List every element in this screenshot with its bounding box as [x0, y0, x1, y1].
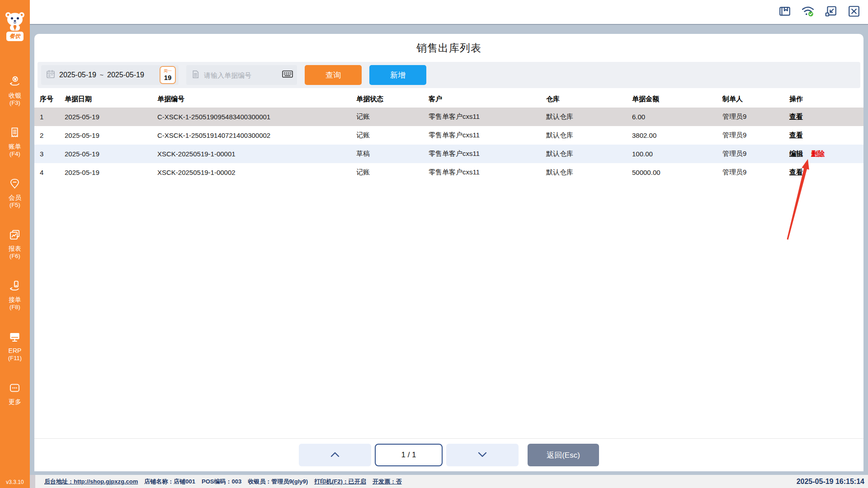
- minimize-restore-button[interactable]: [824, 5, 838, 19]
- status-bar: 后台地址：http://shop.gjpxzg.com 店铺名称：店铺001 P…: [30, 475, 868, 488]
- page-up-button[interactable]: [299, 444, 371, 466]
- cell-creator: 管理员9: [722, 163, 789, 182]
- sidebar-item-members[interactable]: 会员 (F5): [9, 178, 21, 209]
- query-button[interactable]: 查询: [305, 65, 362, 85]
- sidebar-item-hotkey: (F11): [8, 355, 22, 362]
- brand-label: 餐饮: [6, 32, 24, 41]
- cell-status: 记账: [356, 108, 429, 126]
- delete-link[interactable]: 删除: [811, 150, 825, 157]
- erp-icon: [9, 331, 21, 345]
- invoice-toggle-link[interactable]: 开发票：否: [373, 478, 402, 486]
- pos-code-label: POS编码：003: [202, 478, 241, 486]
- cell-customer: 零售单客户cxs11: [429, 145, 546, 163]
- pagination-bar: 1 / 1 返回(Esc): [34, 439, 863, 471]
- add-button[interactable]: 新增: [369, 65, 426, 85]
- page-indicator: 1 / 1: [375, 444, 443, 466]
- sidebar-item-hotkey: (F5): [9, 202, 20, 209]
- filter-bar: 2025-05-19 ~ 2025-05-19 周一 19: [38, 62, 860, 88]
- cell-doc-no: XSCK-20250519-1-00001: [157, 145, 356, 163]
- cell-customer: 零售单客户cxs11: [429, 126, 546, 145]
- member-icon: [9, 178, 21, 192]
- view-link[interactable]: 查看: [789, 131, 803, 139]
- cell-status: 草稿: [356, 145, 429, 163]
- sidebar-item-label: 更多: [9, 398, 21, 406]
- cell-warehouse: 默认仓库: [546, 163, 632, 182]
- cell-date: 2025-05-19: [65, 126, 157, 145]
- col-seq: 序号: [34, 90, 65, 108]
- cell-seq: 1: [34, 108, 65, 126]
- main-area: 销售出库列表 2025-05-19 ~ 2025-05: [30, 0, 868, 488]
- cell-amount: 6.00: [632, 108, 722, 126]
- table-row[interactable]: 2 2025-05-19 C-XSCK-1-250519140721400300…: [34, 126, 863, 145]
- cell-date: 2025-05-19: [65, 163, 157, 182]
- shop-name-label: 店铺名称：店铺001: [144, 478, 195, 486]
- cell-creator: 管理员9: [722, 126, 789, 145]
- restore-icon: [825, 5, 837, 19]
- page-down-button[interactable]: [446, 444, 519, 466]
- chevron-up-icon: [330, 452, 340, 459]
- printer-toggle-link[interactable]: 打印机(F2)：已开启: [314, 478, 366, 486]
- date-range-picker[interactable]: 2025-05-19 ~ 2025-05-19 周一 19: [41, 65, 179, 85]
- manual-button[interactable]: [778, 5, 792, 19]
- col-amount: 单据金额: [632, 90, 722, 108]
- cell-seq: 2: [34, 126, 65, 145]
- sidebar-nav: 收银 (F3) 账单 (F4): [8, 75, 22, 406]
- cell-status: 记账: [356, 163, 429, 182]
- cell-date: 2025-05-19: [65, 145, 157, 163]
- cell-warehouse: 默认仓库: [546, 108, 632, 126]
- sidebar-item-orders[interactable]: 接单 (F8): [9, 280, 21, 311]
- col-creator: 制单人: [722, 90, 789, 108]
- close-button[interactable]: [847, 5, 861, 19]
- sidebar-item-bills[interactable]: 账单 (F4): [9, 127, 21, 158]
- col-warehouse: 仓库: [546, 90, 632, 108]
- cell-amount: 50000.00: [632, 163, 722, 182]
- table-row[interactable]: 4 2025-05-19 XSCK-20250519-1-00002 记账 零售…: [34, 163, 863, 182]
- manual-icon: [778, 5, 791, 19]
- back-button[interactable]: 返回(Esc): [528, 444, 599, 466]
- cell-doc-no: XSCK-20250519-1-00002: [157, 163, 356, 182]
- sidebar-item-more[interactable]: 更多: [9, 382, 21, 406]
- document-search-box: [186, 65, 297, 85]
- search-input[interactable]: [204, 71, 278, 79]
- table-row[interactable]: 3 2025-05-19 XSCK-20250519-1-00001 草稿 零售…: [34, 145, 863, 163]
- cell-creator: 管理员9: [722, 108, 789, 126]
- col-status: 单据状态: [356, 90, 429, 108]
- statusbar-datetime: 2025-05-19 16:15:14: [797, 478, 864, 486]
- edit-link[interactable]: 编辑: [789, 150, 803, 157]
- calendar-day-widget[interactable]: 周一 19: [160, 66, 176, 84]
- cell-status: 记账: [356, 126, 429, 145]
- backend-address-link[interactable]: 后台地址：http://shop.gjpxzg.com: [44, 478, 138, 486]
- cashier-label: 收银员：管理员9(gly9): [248, 478, 308, 486]
- network-status-button[interactable]: [801, 5, 815, 19]
- date-range-separator: ~: [100, 71, 104, 79]
- sales-outbound-panel: 销售出库列表 2025-05-19 ~ 2025-05: [34, 34, 863, 471]
- col-actions: 操作: [789, 90, 863, 108]
- bill-icon: [9, 127, 21, 141]
- app-window: 餐饮 收银 (F3): [0, 0, 868, 488]
- bear-mascot-icon: [4, 11, 26, 33]
- view-link[interactable]: 查看: [789, 168, 803, 176]
- view-link[interactable]: 查看: [789, 113, 803, 120]
- calendar-icon: [46, 69, 56, 81]
- cell-customer: 零售单客户cxs11: [429, 163, 546, 182]
- sidebar-item-hotkey: (F6): [9, 253, 20, 260]
- table-header-row: 序号 单据日期 单据编号 单据状态 客户 仓库 单据金额 制单人 操作: [34, 90, 863, 108]
- titlebar: [30, 0, 868, 25]
- table-empty-space: [34, 182, 863, 438]
- sidebar-item-erp[interactable]: ERP (F11): [8, 331, 22, 362]
- sidebar-item-cashier[interactable]: 收银 (F3): [9, 75, 21, 107]
- statusbar-divider: [30, 475, 35, 488]
- table-row[interactable]: 1 2025-05-19 C-XSCK-1-250519095483400300…: [34, 108, 863, 126]
- chevron-down-icon: [478, 452, 487, 459]
- sidebar-item-reports[interactable]: 报表 (F6): [9, 229, 21, 260]
- sidebar-item-label: 会员: [9, 194, 21, 202]
- sales-outbound-table: 序号 单据日期 单据编号 单据状态 客户 仓库 单据金额 制单人 操作: [34, 90, 863, 182]
- close-icon: [848, 5, 860, 19]
- col-doc-no: 单据编号: [157, 90, 356, 108]
- sidebar-item-hotkey: (F3): [9, 99, 20, 107]
- cell-doc-no: C-XSCK-1-250519140721400300002: [157, 126, 356, 145]
- app-logo: 餐饮: [4, 11, 26, 41]
- sidebar-item-label: ERP: [9, 347, 22, 355]
- cell-warehouse: 默认仓库: [546, 145, 632, 163]
- keyboard-icon[interactable]: [282, 69, 293, 81]
